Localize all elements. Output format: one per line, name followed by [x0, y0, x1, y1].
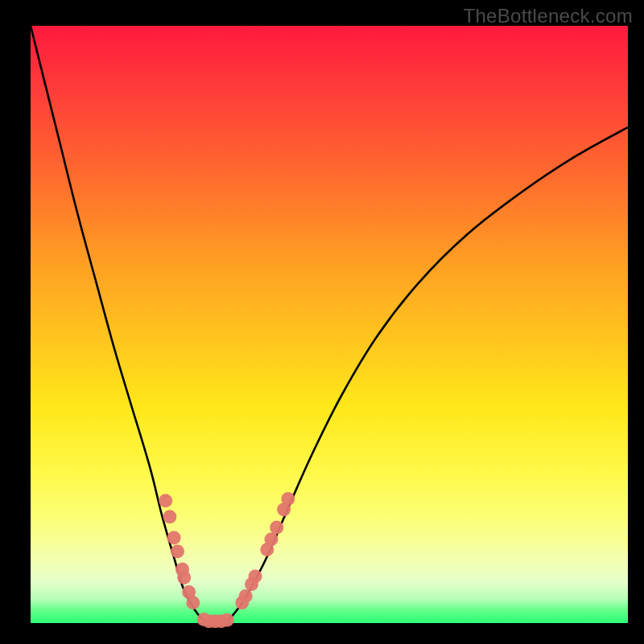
watermark-text: TheBottleneck.com: [463, 5, 633, 27]
gradient-plot-area: [31, 26, 628, 623]
